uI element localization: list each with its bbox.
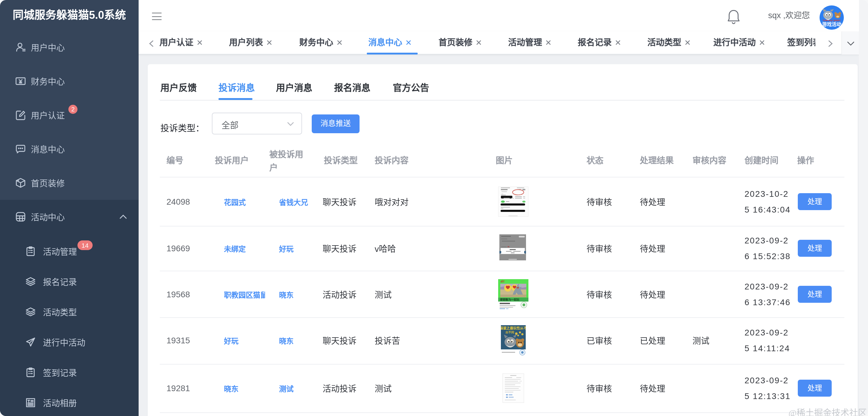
svg-text:众不同: 众不同 — [505, 331, 514, 334]
svg-text:猫鼠之最玩性从不: 猫鼠之最玩性从不 — [500, 326, 527, 330]
svg-text:便期聚为一起玩: 便期聚为一起玩 — [500, 298, 520, 301]
svg-text:dĪT: dĪT — [501, 280, 505, 283]
svg-text:TOM and JERRY: TOM and JERRY — [823, 19, 841, 22]
svg-text:游戏活动: 游戏活动 — [822, 22, 841, 27]
